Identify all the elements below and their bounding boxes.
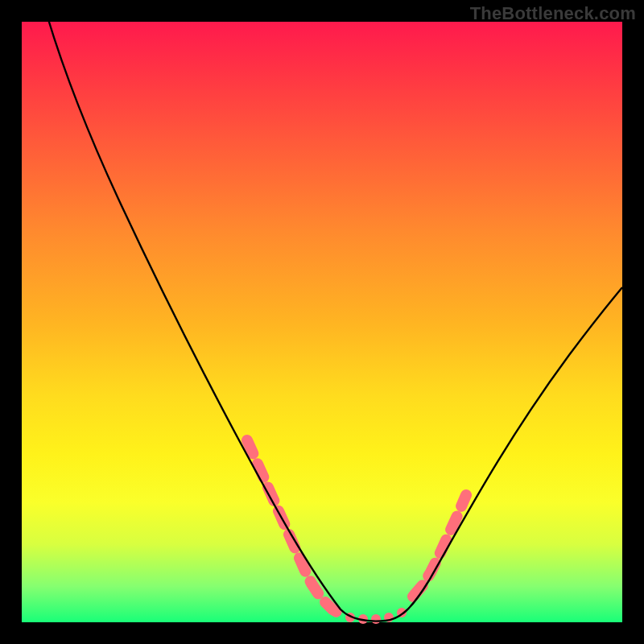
bottleneck-curve xyxy=(47,17,622,621)
highlight-segment-right xyxy=(413,495,466,597)
svg-point-2 xyxy=(371,614,381,624)
watermark-text: TheBottleneck.com xyxy=(470,3,636,24)
curve-layer xyxy=(22,22,622,622)
highlight-segment-left xyxy=(247,440,344,616)
chart-frame: TheBottleneck.com xyxy=(0,0,644,644)
plot-area xyxy=(22,22,622,622)
